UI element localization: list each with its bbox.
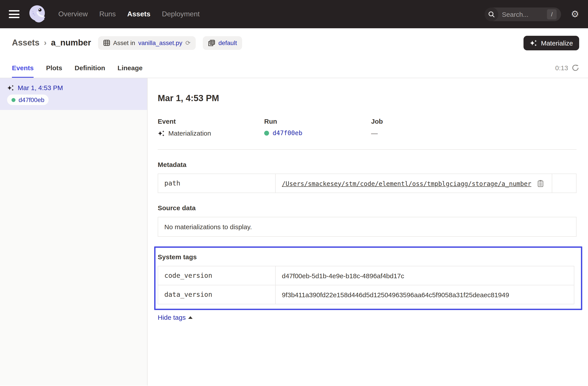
metadata-table: path /Users/smackesey/stm/code/elementl/… — [158, 174, 577, 193]
top-nav-bar: Overview Runs Assets Deployment / ⚙︎ — [0, 0, 588, 28]
event-list-item[interactable]: Mar 1, 4:53 PM d47f00eb — [0, 78, 147, 110]
run-column: Run d47f00eb — [264, 118, 371, 137]
breadcrumb-assets-link[interactable]: Assets — [12, 38, 40, 48]
auto-refresh-control: 0:13 — [555, 64, 579, 71]
app-window: Overview Runs Assets Deployment / ⚙︎ Ass… — [0, 0, 588, 386]
materialization-sparkles-icon — [158, 130, 165, 137]
asset-definition-badge: Asset in vanilla_asset.py ⟳ — [98, 36, 196, 50]
section-divider — [158, 149, 577, 150]
grid-icon — [103, 40, 110, 46]
asset-header-row: Assets › a_number Asset in vanilla_asset… — [0, 28, 588, 57]
path-value-link[interactable]: /Users/smackesey/stm/code/elementl/oss/t… — [282, 180, 531, 187]
event-detail-panel: Mar 1, 4:53 PM Event Materialization Run… — [147, 78, 588, 386]
tab-plots[interactable]: Plots — [46, 57, 62, 78]
dagster-logo-icon[interactable] — [27, 4, 48, 24]
repo-badge: default — [203, 36, 242, 50]
event-column-label: Event — [158, 118, 264, 125]
breadcrumb-separator: › — [44, 38, 47, 47]
metadata-spacer-cell — [552, 174, 576, 193]
tab-lineage[interactable]: Lineage — [118, 57, 143, 78]
system-tag-key-cell: code_version — [158, 266, 275, 285]
search-icon — [485, 7, 498, 21]
table-row: data_version 9f3b411a390fd22e158d446d5d1… — [158, 285, 574, 304]
asset-file-link[interactable]: vanilla_asset.py — [138, 39, 182, 46]
asset-tabs-row: Events Plots Definition Lineage 0:13 — [0, 57, 588, 78]
caret-up-icon — [189, 316, 193, 319]
breadcrumb-current-asset: a_number — [51, 38, 91, 48]
system-tag-value-cell: 9f3b411a390fd22e158d446d5d12504963596aa6… — [275, 285, 574, 304]
event-type-value: Materialization — [168, 129, 211, 137]
breadcrumb: Assets › a_number — [12, 38, 91, 48]
nav-item-assets[interactable]: Assets — [127, 10, 150, 18]
run-id-badge[interactable]: d47f00eb — [7, 95, 49, 105]
refresh-icon[interactable] — [572, 64, 579, 71]
event-summary-columns: Event Materialization Run d47f00eb Job — — [158, 118, 577, 137]
system-tags-table: code_version d47f00eb-5d1b-4e9e-b18c-489… — [158, 266, 574, 304]
search-input[interactable] — [501, 10, 547, 18]
hide-tags-link[interactable]: Hide tags — [158, 314, 193, 321]
primary-nav: Overview Runs Assets Deployment — [58, 10, 200, 18]
reload-definition-icon[interactable]: ⟳ — [185, 39, 190, 46]
event-column: Event Materialization — [158, 118, 264, 137]
source-data-empty-message: No materializations to display. — [158, 217, 577, 237]
system-tags-heading: System tags — [158, 253, 574, 261]
event-detail-title: Mar 1, 4:53 PM — [158, 93, 577, 103]
job-column-label: Job — [371, 118, 577, 125]
nav-item-overview[interactable]: Overview — [58, 10, 88, 18]
run-column-label: Run — [264, 118, 371, 125]
event-timestamp-link[interactable]: Mar 1, 4:53 PM — [18, 84, 63, 91]
copy-clipboard-icon[interactable] — [537, 180, 544, 187]
search-box[interactable]: / — [485, 7, 561, 21]
nav-item-runs[interactable]: Runs — [99, 10, 116, 18]
tab-events[interactable]: Events — [12, 57, 34, 78]
header-right: / ⚙︎ — [485, 7, 579, 21]
table-row: code_version d47f00eb-5d1b-4e9e-b18c-489… — [158, 266, 574, 285]
search-shortcut-key: / — [547, 9, 557, 19]
repo-default-link[interactable]: default — [218, 39, 237, 46]
source-data-heading: Source data — [158, 204, 577, 212]
system-tag-value-cell: d47f00eb-5d1b-4e9e-b18c-4896af4bd17c — [275, 266, 574, 285]
sparkles-icon — [530, 39, 537, 47]
refresh-countdown: 0:13 — [555, 64, 568, 71]
hide-tags-label: Hide tags — [158, 314, 186, 321]
repo-stack-icon — [208, 40, 215, 46]
run-id-badge-label: d47f00eb — [19, 96, 44, 103]
menu-icon[interactable] — [9, 10, 20, 18]
system-tag-key-cell: data_version — [158, 285, 275, 304]
job-column: Job — — [371, 118, 577, 137]
materialization-sparkles-icon — [7, 84, 14, 91]
run-success-dot — [264, 130, 269, 135]
metadata-heading: Metadata — [158, 161, 577, 168]
run-success-dot — [11, 98, 16, 102]
nav-item-deployment[interactable]: Deployment — [162, 10, 200, 18]
metadata-value-cell: /Users/smackesey/stm/code/elementl/oss/t… — [275, 174, 552, 193]
asset-in-label: Asset in — [113, 39, 135, 46]
table-row: path /Users/smackesey/stm/code/elementl/… — [158, 174, 576, 193]
materialize-button-label: Materialize — [541, 39, 573, 47]
settings-gear-icon[interactable]: ⚙︎ — [571, 9, 579, 19]
system-tags-highlight-box: System tags code_version d47f00eb-5d1b-4… — [154, 246, 582, 310]
tab-definition[interactable]: Definition — [75, 57, 105, 78]
content-area: Mar 1, 4:53 PM d47f00eb Mar 1, 4:53 PM E… — [0, 78, 588, 386]
job-empty-value: — — [371, 129, 378, 137]
run-id-link[interactable]: d47f00eb — [273, 129, 302, 137]
metadata-key-cell: path — [158, 174, 275, 193]
asset-tabs: Events Plots Definition Lineage — [12, 57, 143, 78]
materialize-button[interactable]: Materialize — [524, 36, 579, 50]
event-list-sidebar: Mar 1, 4:53 PM d47f00eb — [0, 78, 147, 386]
